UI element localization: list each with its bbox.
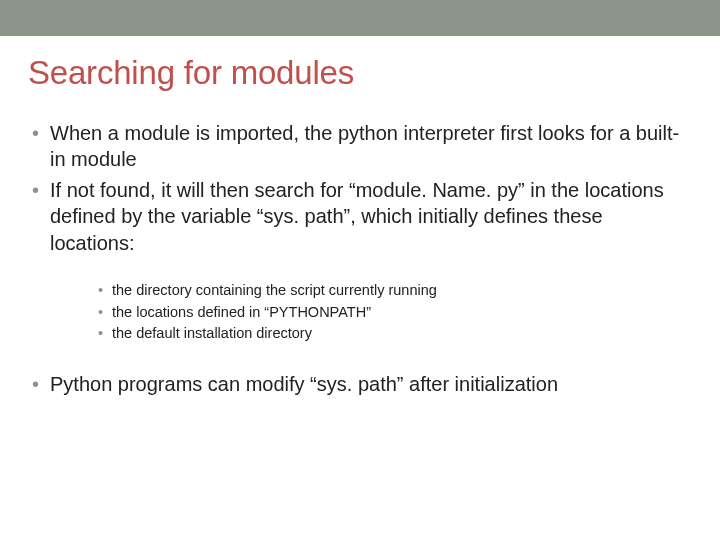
main-bullet-list-2: Python programs can modify “sys. path” a… bbox=[32, 371, 692, 397]
slide-title: Searching for modules bbox=[28, 54, 692, 92]
sub-bullet-list: the directory containing the script curr… bbox=[98, 280, 692, 345]
sub-bullet-item: the directory containing the script curr… bbox=[98, 280, 692, 302]
bullet-item: Python programs can modify “sys. path” a… bbox=[32, 371, 692, 397]
slide: Searching for modules When a module is i… bbox=[0, 0, 720, 540]
slide-content: Searching for modules When a module is i… bbox=[0, 36, 720, 398]
bullet-item: If not found, it will then search for “m… bbox=[32, 177, 692, 256]
main-bullet-list: When a module is imported, the python in… bbox=[32, 120, 692, 256]
sub-bullet-item: the locations defined in “PYTHONPATH” bbox=[98, 302, 692, 324]
bullet-item: When a module is imported, the python in… bbox=[32, 120, 692, 173]
sub-bullet-item: the default installation directory bbox=[98, 323, 692, 345]
top-bar bbox=[0, 0, 720, 36]
